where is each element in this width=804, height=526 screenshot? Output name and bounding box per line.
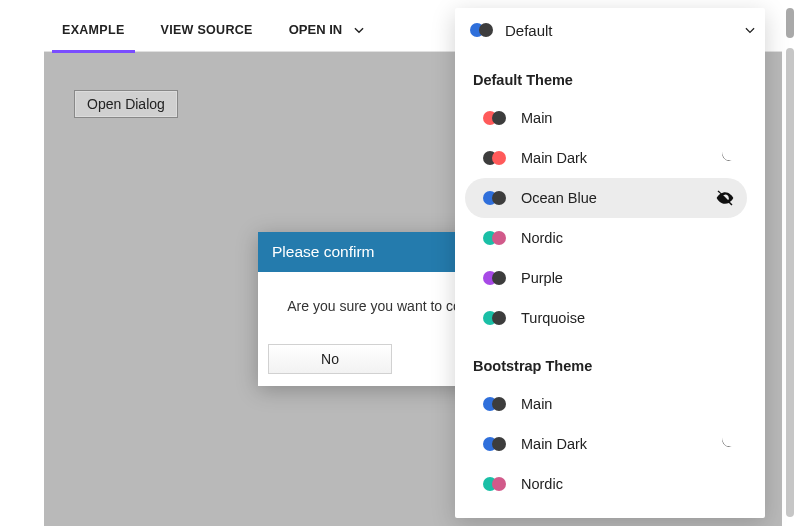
theme-option-label: Main Dark (521, 150, 587, 166)
tab-view-source[interactable]: VIEW SOURCE (143, 8, 271, 52)
theme-swatch (483, 311, 521, 325)
open-in-label: OPEN IN (289, 22, 342, 37)
theme-option[interactable]: Nordic (465, 464, 747, 504)
theme-option[interactable]: Main (465, 98, 747, 138)
theme-option[interactable]: Purple (465, 258, 747, 298)
no-button[interactable]: No (268, 344, 392, 374)
theme-swatch (483, 271, 521, 285)
theme-option[interactable]: Main Dark (465, 424, 747, 464)
theme-option-label: Nordic (521, 230, 563, 246)
page-scrollbar-thumb[interactable] (786, 8, 794, 38)
theme-group-title: Default Theme (455, 52, 757, 98)
theme-swatch (483, 151, 521, 165)
theme-option[interactable]: Main (465, 384, 747, 424)
theme-option[interactable]: Nordic (465, 218, 747, 258)
theme-option-label: Nordic (521, 476, 563, 492)
theme-group-title: Bootstrap Theme (455, 338, 757, 384)
theme-option-label: Turquoise (521, 310, 585, 326)
theme-option[interactable]: Main Dark (465, 138, 747, 178)
moon-icon (715, 148, 735, 168)
theme-swatch (483, 111, 521, 125)
theme-option-label: Purple (521, 270, 563, 286)
theme-option[interactable]: Turquoise (465, 298, 747, 338)
theme-swatch (483, 437, 521, 451)
selected-theme-swatch (470, 23, 493, 37)
tab-example[interactable]: EXAMPLE (44, 8, 143, 52)
theme-option-label: Main (521, 110, 552, 126)
selected-theme-name: Default (505, 22, 553, 39)
theme-option-label: Main Dark (521, 436, 587, 452)
theme-swatch (483, 231, 521, 245)
theme-option-label: Ocean Blue (521, 190, 597, 206)
chevron-down-icon (743, 23, 757, 37)
theme-select-trigger[interactable]: Default (455, 8, 765, 52)
open-dialog-button[interactable]: Open Dialog (74, 90, 178, 118)
theme-swatch (483, 477, 521, 491)
moon-icon (715, 434, 735, 454)
theme-option-label: Main (521, 396, 552, 412)
eye-off-icon (715, 188, 735, 208)
theme-option-list[interactable]: Default ThemeMainMain DarkOcean BlueNord… (455, 52, 757, 518)
theme-option[interactable]: Ocean Blue (465, 178, 747, 218)
open-in-button[interactable]: OPEN IN (271, 22, 384, 37)
theme-dropdown-panel: Default Default ThemeMainMain DarkOcean … (455, 8, 765, 518)
theme-swatch (483, 191, 521, 205)
theme-swatch (483, 397, 521, 411)
chevron-down-icon (352, 23, 366, 37)
page-scrollbar-track (786, 48, 794, 517)
